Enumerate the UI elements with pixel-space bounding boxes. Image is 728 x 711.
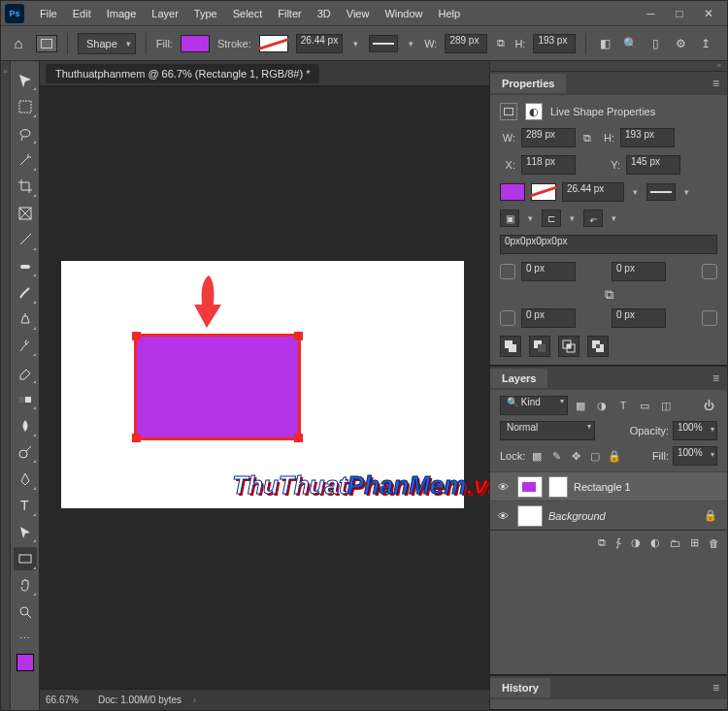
link-icon[interactable]: ⧉ <box>581 132 593 145</box>
canvas[interactable]: ThuThuatPhanMem.vn <box>61 261 464 508</box>
collapsed-panel-strip[interactable]: » <box>1 61 11 710</box>
menu-help[interactable]: Help <box>431 4 469 23</box>
crop-tool[interactable] <box>14 176 37 198</box>
magic-wand-tool[interactable] <box>14 148 37 171</box>
filter-toggle[interactable]: ⏻ <box>700 397 717 414</box>
chevron-down-icon[interactable]: ▾ <box>567 213 578 223</box>
extra-options-icon[interactable]: ▯ <box>646 35 664 52</box>
pathop-combine[interactable] <box>500 336 521 357</box>
menu-layer[interactable]: Layer <box>144 4 186 23</box>
pathop-exclude[interactable] <box>587 336 609 357</box>
menu-3d[interactable]: 3D <box>310 4 339 23</box>
menu-type[interactable]: Type <box>186 4 225 23</box>
prop-stroke-style[interactable] <box>646 183 676 201</box>
menu-file[interactable]: File <box>32 4 65 23</box>
tool-preset-picker[interactable] <box>36 35 57 52</box>
add-mask-icon[interactable]: ◑ <box>631 536 641 549</box>
corner-tr-icon[interactable] <box>702 264 717 279</box>
corner-tr-field[interactable]: 0 px <box>612 262 666 281</box>
menu-select[interactable]: Select <box>225 4 271 23</box>
lock-position-icon[interactable]: ✥ <box>568 448 583 464</box>
stroke-align-button[interactable]: ▣ <box>500 210 519 227</box>
filter-pixel-icon[interactable]: ▩ <box>572 397 589 414</box>
panel-menu-icon[interactable]: ≡ <box>705 681 727 695</box>
visibility-icon[interactable]: 👁 <box>498 481 512 493</box>
edit-toolbar[interactable]: ⋯ <box>14 628 37 650</box>
opacity-field[interactable]: 100% <box>673 421 717 440</box>
minimize-button[interactable]: ─ <box>636 4 665 23</box>
filter-shape-icon[interactable]: ▭ <box>636 397 653 414</box>
pathop-subtract[interactable] <box>529 336 550 357</box>
layer-thumbnail[interactable] <box>517 505 543 527</box>
resize-handle-tl[interactable] <box>132 332 141 340</box>
blend-mode-dropdown[interactable]: Normal <box>500 421 595 440</box>
chevron-down-icon[interactable]: ▾ <box>630 187 641 197</box>
fill-color-swatch[interactable] <box>181 35 210 52</box>
chevron-down-icon[interactable]: ▾ <box>681 187 692 197</box>
type-tool[interactable]: T <box>14 495 37 517</box>
menu-image[interactable]: Image <box>99 4 145 23</box>
lock-artboard-icon[interactable]: ▢ <box>587 448 603 464</box>
link-icon[interactable]: ⧉ <box>495 37 507 49</box>
prop-y-field[interactable]: 145 px <box>626 155 680 175</box>
gear-icon[interactable]: ⚙ <box>672 35 689 52</box>
corner-br-icon[interactable] <box>702 310 717 326</box>
hand-tool[interactable] <box>14 574 37 597</box>
path-operations-icon[interactable]: ◧ <box>596 35 613 52</box>
dodge-tool[interactable] <box>14 441 37 464</box>
corner-br-field[interactable]: 0 px <box>612 308 666 328</box>
prop-stroke-width-field[interactable]: 26.44 px <box>562 182 624 202</box>
filter-smart-icon[interactable]: ◫ <box>657 397 675 414</box>
corner-bl-icon[interactable] <box>500 310 515 326</box>
prop-stroke-swatch[interactable] <box>531 183 556 201</box>
corner-radius-summary[interactable]: 0px0px0px0px <box>500 235 717 254</box>
history-tab[interactable]: History <box>490 678 550 697</box>
chevron-down-icon[interactable]: ▾ <box>609 213 619 223</box>
share-icon[interactable]: ↥ <box>697 35 714 52</box>
corner-bl-field[interactable]: 0 px <box>521 308 576 328</box>
prop-fill-swatch[interactable] <box>500 183 525 201</box>
layer-filter-kind[interactable]: 🔍 Kind <box>500 396 568 415</box>
layer-row[interactable]: 👁 Rectangle 1 <box>490 471 727 501</box>
healing-brush-tool[interactable] <box>14 255 37 277</box>
menu-edit[interactable]: Edit <box>65 4 99 23</box>
menu-view[interactable]: View <box>339 4 378 23</box>
search-icon[interactable]: 🔍 <box>621 35 639 52</box>
chevron-down-icon[interactable]: ▾ <box>406 39 416 48</box>
layer-name[interactable]: Rectangle 1 <box>574 481 719 493</box>
link-layers-icon[interactable]: ⧉ <box>598 536 606 549</box>
prop-x-field[interactable]: 118 px <box>521 155 576 175</box>
shape-width-field[interactable]: 289 px <box>445 34 487 53</box>
stroke-style-dropdown[interactable] <box>369 35 398 52</box>
prop-height-field[interactable]: 193 px <box>620 128 675 147</box>
layer-fx-icon[interactable]: ∱ <box>615 536 621 549</box>
layer-row[interactable]: 👁 Background 🔒 <box>490 501 727 530</box>
lock-pixels-icon[interactable]: ✎ <box>548 448 564 464</box>
lasso-tool[interactable] <box>14 122 37 145</box>
stroke-color-swatch[interactable] <box>259 35 288 52</box>
lock-all-icon[interactable]: 🔒 <box>607 448 622 464</box>
fill-opacity-field[interactable]: 100% <box>673 446 717 466</box>
panel-menu-icon[interactable]: ≡ <box>705 372 727 385</box>
rectangle-shape[interactable] <box>134 334 301 440</box>
blur-tool[interactable] <box>14 414 37 436</box>
foreground-color-swatch[interactable] <box>17 654 34 671</box>
pen-tool[interactable] <box>14 468 37 490</box>
corner-tl-field[interactable]: 0 px <box>521 262 576 281</box>
panel-menu-icon[interactable]: ≡ <box>705 77 727 90</box>
rectangle-tool[interactable] <box>14 547 37 569</box>
doc-info[interactable]: Doc: 1.00M/0 bytes › <box>98 695 196 705</box>
properties-tab[interactable]: Properties <box>490 74 566 93</box>
gradient-tool[interactable] <box>14 388 37 410</box>
tool-mode-dropdown[interactable]: Shape <box>78 33 136 54</box>
move-tool[interactable] <box>14 69 37 91</box>
marquee-tool[interactable] <box>14 95 37 117</box>
new-group-icon[interactable]: 🗀 <box>670 537 680 549</box>
eyedropper-tool[interactable] <box>14 228 37 250</box>
brush-tool[interactable] <box>14 281 37 304</box>
layer-thumbnail[interactable] <box>517 476 543 498</box>
zoom-tool[interactable] <box>14 600 37 623</box>
mask-icon[interactable]: ◐ <box>525 103 543 120</box>
document-tab[interactable]: Thuthuatphanmem @ 66.7% (Rectangle 1, RG… <box>46 64 319 83</box>
menu-window[interactable]: Window <box>377 4 430 23</box>
